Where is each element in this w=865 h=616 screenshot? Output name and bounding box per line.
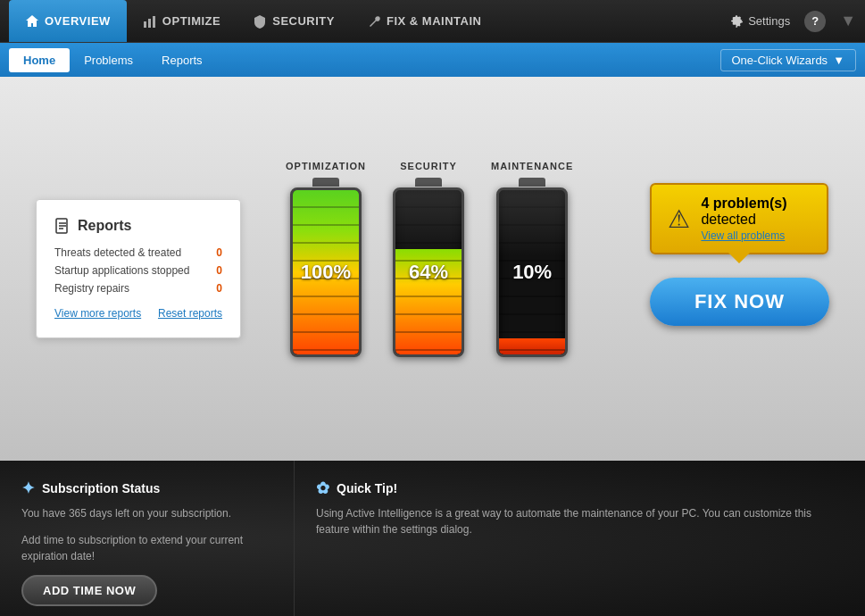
sub-tab-problems-label: Problems	[84, 54, 133, 67]
report-label-threats: Threats detected & treated	[54, 246, 181, 259]
bottom-section: ✦ Subscription Status You have 365 days …	[0, 461, 865, 616]
battery-nub-optimization	[312, 178, 339, 187]
quicktip-title-text: Quick Tip!	[337, 481, 397, 495]
view-more-reports-link[interactable]: View more reports	[54, 307, 141, 320]
settings-button[interactable]: Settings	[729, 14, 790, 29]
gauge-maintenance-label: MAINTENANCE	[491, 161, 573, 171]
settings-label: Settings	[748, 14, 790, 28]
gauge-optimization-label: OPTIMIZATION	[286, 161, 366, 171]
problems-count-text: 4 problem(s)	[701, 196, 786, 211]
gauges-area: OPTIMIZATION 100% SECURITY	[286, 161, 573, 357]
problems-detected-label: detected	[701, 212, 755, 227]
subscription-title-text: Subscription Status	[42, 481, 160, 495]
sub-tab-reports[interactable]: Reports	[147, 48, 217, 72]
main-content: Reports Threats detected & treated 0 Sta…	[0, 77, 865, 461]
dropdown-arrow-icon: ▼	[833, 54, 844, 67]
reports-card: Reports Threats detected & treated 0 Sta…	[36, 199, 241, 338]
subscription-text2: Add time to subscription to extend your …	[21, 532, 272, 564]
nav-tab-overview[interactable]: OVERVIEW	[9, 0, 127, 42]
report-label-startup: Startup applications stopped	[54, 264, 189, 277]
reports-card-title: Reports	[54, 218, 222, 234]
battery-pct-optimization: 100%	[301, 261, 351, 284]
help-label: ?	[811, 14, 819, 28]
report-row-threats: Threats detected & treated 0	[54, 246, 222, 259]
view-all-problems-link[interactable]: View all problems	[701, 229, 786, 242]
bar-chart-icon	[143, 14, 157, 29]
gear-icon	[729, 14, 744, 29]
wrench-icon	[367, 14, 381, 29]
lightbulb-icon: ✿	[316, 479, 329, 498]
problems-box: ⚠ 4 problem(s) detected View all problem…	[650, 183, 829, 326]
document-icon	[54, 218, 71, 234]
home-icon	[25, 14, 39, 29]
nav-right: Settings ? ▼	[729, 11, 856, 32]
nav-tab-security-label: SECURITY	[272, 14, 335, 28]
battery-nub-security	[415, 178, 442, 187]
one-click-wizards-button[interactable]: One-Click Wizards ▼	[720, 49, 857, 71]
battery-container-optimization: 100%	[290, 187, 362, 357]
detected-badge: ⚠ 4 problem(s) detected View all problem…	[650, 183, 828, 254]
sub-navigation: Home Problems Reports One-Click Wizards …	[0, 43, 865, 77]
gauge-maintenance: MAINTENANCE 10%	[491, 161, 573, 357]
subscription-text1: You have 365 days left on your subscript…	[21, 505, 272, 521]
report-val-registry: 0	[216, 282, 222, 295]
fix-now-button[interactable]: FIX NOW	[650, 278, 829, 326]
battery-pct-security: 64%	[409, 261, 448, 284]
add-time-button[interactable]: ADD TIME NOW	[21, 575, 157, 606]
nav-tab-fix-maintain-label: FIX & MAINTAIN	[387, 14, 481, 28]
subscription-panel: ✦ Subscription Status You have 365 days …	[0, 461, 295, 616]
gauge-security: SECURITY 64%	[393, 161, 464, 357]
report-row-startup: Startup applications stopped 0	[54, 264, 222, 277]
expand-button[interactable]: ▼	[840, 12, 856, 30]
one-click-wizards-label: One-Click Wizards	[732, 54, 828, 67]
sub-tab-home-label: Home	[23, 54, 55, 67]
sub-tab-reports-label: Reports	[162, 54, 203, 67]
sub-tab-problems[interactable]: Problems	[70, 48, 147, 72]
reports-links: View more reports Reset reports	[54, 307, 222, 320]
help-button[interactable]: ?	[804, 11, 826, 32]
reset-reports-link[interactable]: Reset reports	[158, 307, 222, 320]
nav-tab-fix-maintain[interactable]: FIX & MAINTAIN	[351, 0, 497, 42]
battery-nub-maintenance	[519, 178, 545, 187]
battery-pct-maintenance: 10%	[512, 261, 552, 284]
report-val-threats: 0	[216, 246, 222, 259]
problems-count: 4 problem(s) detected	[701, 196, 786, 228]
battery-container-maintenance: 10%	[496, 187, 568, 357]
subscription-icon: ✦	[21, 479, 35, 498]
quicktip-panel: ✿ Quick Tip! Using Active Intelligence i…	[295, 461, 865, 616]
report-row-registry: Registry repairs 0	[54, 282, 222, 295]
report-val-startup: 0	[216, 264, 222, 277]
subscription-title: ✦ Subscription Status	[21, 479, 272, 498]
gauge-optimization: OPTIMIZATION 100%	[286, 161, 366, 357]
svg-rect-2	[153, 16, 155, 28]
sub-tab-home[interactable]: Home	[9, 48, 70, 72]
svg-rect-1	[148, 19, 151, 28]
svg-rect-0	[144, 21, 146, 28]
report-label-registry: Registry repairs	[54, 282, 129, 295]
gauge-security-label: SECURITY	[400, 161, 457, 171]
battery-container-security: 64%	[393, 187, 464, 357]
top-navigation: OVERVIEW OPTIMIZE SECURITY FIX & MAINTAI…	[0, 0, 865, 43]
nav-tab-optimize-label: OPTIMIZE	[162, 14, 220, 28]
shield-icon	[253, 14, 267, 29]
nav-tab-optimize[interactable]: OPTIMIZE	[127, 0, 237, 42]
nav-tab-overview-label: OVERVIEW	[45, 14, 111, 28]
warning-icon: ⚠	[668, 204, 690, 234]
nav-tab-security[interactable]: SECURITY	[237, 0, 351, 42]
quicktip-title: ✿ Quick Tip!	[316, 479, 844, 498]
reports-title-text: Reports	[78, 218, 131, 234]
quicktip-text: Using Active Intelligence is a great way…	[316, 505, 844, 537]
